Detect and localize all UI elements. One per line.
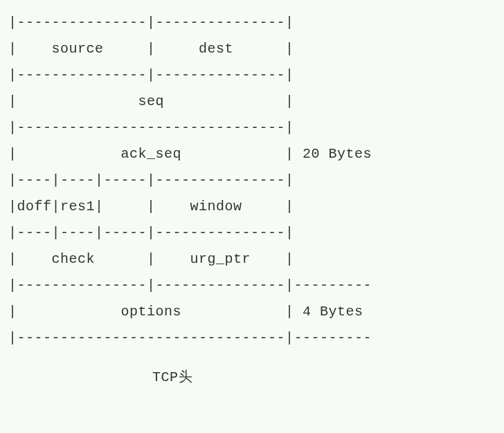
diagram-caption: TCP头 (152, 371, 504, 385)
tcp-header-ascii-diagram: |---------------|---------------| | sour… (0, 0, 504, 351)
